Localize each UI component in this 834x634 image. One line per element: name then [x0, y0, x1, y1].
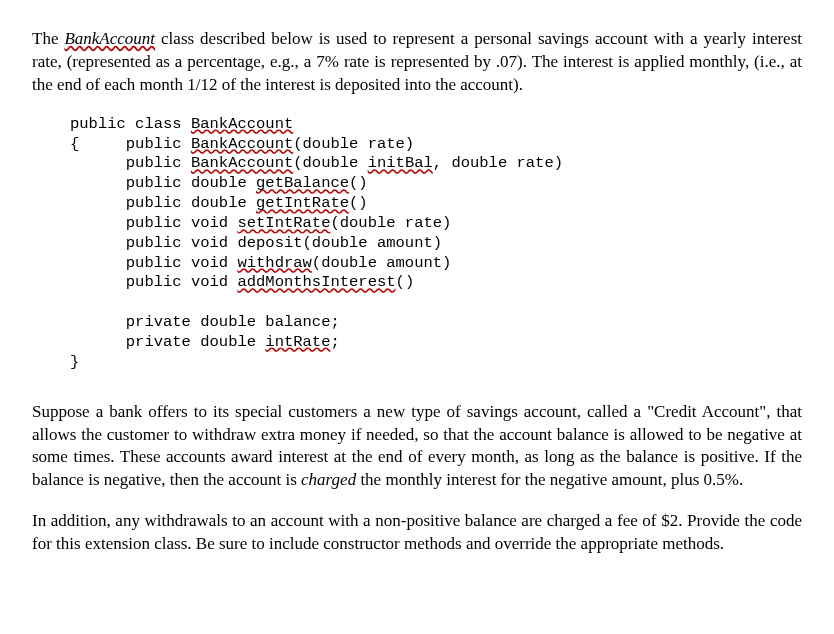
- code-l2c: (double rate): [293, 135, 414, 153]
- code-l12: }: [70, 353, 79, 371]
- code-l9a: public void: [70, 273, 237, 291]
- code-l4c: (): [349, 174, 368, 192]
- intro-classname: BankAccount: [64, 29, 155, 48]
- code-l2b: BankAccount: [191, 135, 293, 153]
- code-l9c: (): [396, 273, 415, 291]
- para2-post: the monthly interest for the negative am…: [356, 470, 743, 489]
- code-l3b: BankAccount: [191, 154, 293, 172]
- para2-charged: charged: [301, 470, 356, 489]
- code-l7a: public void deposit(double amount): [70, 234, 442, 252]
- code-l3c: (double: [293, 154, 367, 172]
- code-l3d: initBal: [368, 154, 433, 172]
- code-l5b: getIntRate: [256, 194, 349, 212]
- code-l1b: BankAccount: [191, 115, 293, 133]
- code-l3e: , double rate): [433, 154, 563, 172]
- code-l11c: ;: [330, 333, 339, 351]
- code-l11a: private double: [70, 333, 265, 351]
- code-l10: private double balance;: [70, 313, 340, 331]
- paragraph-instructions: In addition, any withdrawals to an accou…: [32, 510, 802, 556]
- code-l5c: (): [349, 194, 368, 212]
- code-l6a: public void: [70, 214, 237, 232]
- code-l6c: (double rate): [330, 214, 451, 232]
- code-l8c: (double amount): [312, 254, 452, 272]
- intro-paragraph: The BankAccount class described below is…: [32, 28, 802, 97]
- code-l4a: public double: [70, 174, 256, 192]
- code-block: public class BankAccount { public BankAc…: [70, 115, 802, 373]
- code-l2a: { public: [70, 135, 191, 153]
- code-l6b: setIntRate: [237, 214, 330, 232]
- code-l8a: public void: [70, 254, 237, 272]
- code-l1a: public class: [70, 115, 191, 133]
- code-l4b: getBalance: [256, 174, 349, 192]
- code-l9b: addMonthsInterest: [237, 273, 395, 291]
- code-l3a: public: [70, 154, 191, 172]
- code-l8b: withdraw: [237, 254, 311, 272]
- code-l5a: public double: [70, 194, 256, 212]
- intro-text-pre: The: [32, 29, 64, 48]
- code-l11b: intRate: [265, 333, 330, 351]
- paragraph-credit-account: Suppose a bank offers to its special cus…: [32, 401, 802, 493]
